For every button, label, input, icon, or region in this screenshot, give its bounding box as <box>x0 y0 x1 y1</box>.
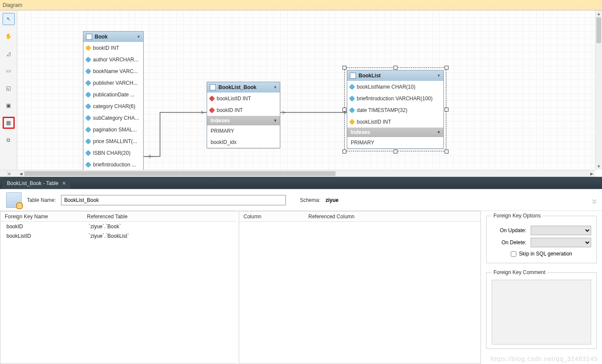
column-row[interactable]: subCategory CHA... <box>83 112 143 124</box>
tool-hand[interactable]: ✋ <box>3 30 15 42</box>
chevron-down-icon[interactable]: ▼ <box>137 35 141 39</box>
column-row[interactable]: bookName VARC... <box>83 65 143 77</box>
selection-handle[interactable] <box>394 66 397 70</box>
column-text: category CHAR(6) <box>93 103 135 109</box>
column-text: author VARCHAR... <box>93 57 138 63</box>
scroll-left-icon[interactable]: ◀ <box>18 170 24 177</box>
ertable-header[interactable]: BookList_Book▼ <box>207 82 280 93</box>
tool-eraser[interactable]: ◿ <box>3 48 15 60</box>
ertable-booklist[interactable]: BookList▼bookListName CHAR(10)briefIntro… <box>347 70 444 149</box>
column-row[interactable]: briefIntroduction ... <box>83 159 143 170</box>
tool-copy[interactable]: ⧉ <box>3 134 15 146</box>
table-name-input[interactable] <box>61 195 286 205</box>
selection-handle[interactable] <box>343 108 346 112</box>
indexes-section[interactable]: Indexes▼ <box>207 116 280 125</box>
table-glyph-icon <box>86 34 92 40</box>
ertable-blbook[interactable]: BookList_Book▼bookListID INTbookID INTIn… <box>207 82 280 148</box>
index-row[interactable]: PRIMARY <box>347 137 443 148</box>
column-row[interactable]: bookListID INT <box>347 116 443 128</box>
hscroll-thumb[interactable] <box>24 171 336 176</box>
fk-row[interactable]: bookID`ziyue`.`Book` <box>0 222 236 231</box>
fk-options-panel: Foreign Key Options On Update: On Delete… <box>481 211 602 364</box>
tool-image[interactable]: ▣ <box>3 99 15 112</box>
column-row[interactable]: publisher VARCH... <box>83 77 143 89</box>
vertical-scrollbar[interactable]: ▲ ▼ <box>595 10 602 170</box>
column-icon <box>349 95 355 101</box>
selection-handle[interactable] <box>445 66 448 70</box>
ertable-title: BookList_Book <box>218 84 256 90</box>
column-text: bookListID INT <box>217 96 251 102</box>
column-icon <box>85 126 91 132</box>
fk-reftable: `ziyue`.`Book` <box>83 224 236 230</box>
column-row[interactable]: author VARCHAR... <box>83 54 143 65</box>
close-icon[interactable]: ✕ <box>62 180 66 186</box>
chevron-down-icon[interactable]: ▼ <box>273 118 277 123</box>
selection-handle[interactable] <box>394 150 397 153</box>
column-row[interactable]: price SMALLINT(... <box>83 135 143 147</box>
chevron-down-icon[interactable]: ▼ <box>273 85 277 89</box>
fk-comment-textarea[interactable] <box>492 280 591 345</box>
scroll-up-icon[interactable]: ▲ <box>596 11 602 17</box>
column-row[interactable]: bookID INT <box>83 42 143 54</box>
horizontal-scrollbar[interactable]: ◀ ▶ <box>17 170 595 177</box>
ertable-header[interactable]: Book▼ <box>83 32 143 42</box>
indexes-label: Indexes <box>211 118 230 124</box>
column-row[interactable]: publicationDate ... <box>83 89 143 100</box>
diagram-canvas[interactable]: ⊣⊢ ≻ ≻ ⊣⊢ Book▼bookID INTauthor VARCHAR.… <box>17 10 595 170</box>
table-glyph-icon <box>210 84 216 90</box>
column-text: price SMALLINT(... <box>93 138 137 144</box>
tool-table[interactable]: ▦ <box>3 117 15 129</box>
column-icon <box>85 80 91 86</box>
foreign-key-icon <box>209 107 215 113</box>
on-update-select[interactable] <box>531 226 591 235</box>
column-text: ISBN CHAR(20) <box>93 150 131 156</box>
column-row[interactable]: briefIntroduction VARCHAR(100) <box>347 93 443 104</box>
column-row[interactable]: pagination SMAL... <box>83 124 143 135</box>
column-row[interactable]: ISBN CHAR(20) <box>83 147 143 159</box>
tab-booklistbook[interactable]: BookList_Book - Table ✕ <box>3 178 70 189</box>
fk-row[interactable]: bookListID`ziyue`.`BookList` <box>0 231 236 241</box>
indexes-section[interactable]: Indexes▼ <box>347 128 443 137</box>
indexes-label: Indexes <box>351 129 370 135</box>
selection-handle[interactable] <box>445 108 448 112</box>
ertable-header[interactable]: BookList▼ <box>347 70 443 81</box>
foreign-key-grid[interactable]: Foreign Key Name Referenced Table bookID… <box>0 211 239 364</box>
tool-rect[interactable]: ▭ <box>3 65 15 77</box>
table-editor: Table Name: Schema: ziyue » Foreign Key … <box>0 189 602 364</box>
expand-chevron-icon[interactable]: » <box>589 198 600 201</box>
tool-pointer[interactable]: ↖ <box>3 13 15 25</box>
column-icon <box>349 83 355 89</box>
column-row[interactable]: bookID INT <box>207 104 280 116</box>
schema-value: ziyue <box>326 197 339 203</box>
table-name-label: Table Name: <box>27 197 56 203</box>
column-text: pagination SMAL... <box>93 127 137 133</box>
index-row[interactable]: PRIMARY <box>207 125 280 137</box>
index-row[interactable]: bookID_idx <box>207 137 280 148</box>
col-col-refcolumn: Referenced Column <box>304 214 480 220</box>
skip-sql-checkbox[interactable] <box>511 251 516 257</box>
column-grid[interactable]: Column Referenced Column <box>239 211 481 364</box>
column-text: date TIMESTAMP(32) <box>357 107 407 113</box>
column-text: bookID INT <box>217 107 243 113</box>
fk-reftable: `ziyue`.`BookList` <box>83 233 236 239</box>
selection-handle[interactable] <box>343 66 346 70</box>
scroll-down-icon[interactable]: ▼ <box>596 163 602 169</box>
selection-handle[interactable] <box>445 150 448 153</box>
column-row[interactable]: bookListName CHAR(10) <box>347 81 443 93</box>
scroll-right-icon[interactable]: ▶ <box>589 170 595 177</box>
vscroll-thumb[interactable] <box>596 17 601 43</box>
selection-handle[interactable] <box>343 150 346 153</box>
chevron-down-icon[interactable]: ▼ <box>437 130 441 134</box>
col-col-column: Column <box>239 214 304 220</box>
column-row[interactable]: date TIMESTAMP(32) <box>347 104 443 116</box>
column-row[interactable]: bookListID INT <box>207 93 280 104</box>
tool-layer[interactable]: ◱ <box>3 82 15 94</box>
fk-options-legend: Foreign Key Options <box>492 213 542 219</box>
on-delete-select[interactable] <box>531 238 591 247</box>
column-icon <box>85 138 91 144</box>
column-text: bookName VARC... <box>93 68 138 74</box>
chevron-down-icon[interactable]: ▼ <box>437 73 441 78</box>
column-row[interactable]: category CHAR(6) <box>83 100 143 112</box>
fk-comment-fieldset: Foreign Key Comment <box>486 269 597 349</box>
ertable-book[interactable]: Book▼bookID INTauthor VARCHAR...bookName… <box>83 31 144 171</box>
